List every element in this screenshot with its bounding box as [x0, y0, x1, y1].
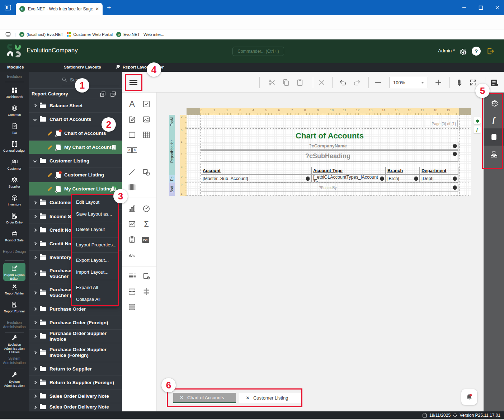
sidebar-item-report-writer[interactable]: Report Writer [0, 283, 29, 296]
sidebar-item-system-administration[interactable]: System Administration [0, 372, 29, 387]
tree-item-po-supplier-invoice-foreign[interactable]: Purchase Order Supplier Invoice (Foreign… [29, 343, 122, 362]
report-structure-icon[interactable] [484, 146, 504, 163]
zoom-out-icon[interactable] [374, 79, 382, 86]
tree-item-return-to-supplier[interactable]: Return to Supplier [29, 362, 122, 376]
data-source-icon[interactable] [484, 128, 504, 146]
sidebar-item-order-entry[interactable]: Order Entry [0, 212, 29, 225]
menu-item-collapse-all[interactable]: Collapse All [72, 293, 118, 305]
workspaces-icon[interactable] [4, 3, 12, 12]
panel-info-tool[interactable] [142, 272, 151, 281]
band-report-header[interactable]: ReportHeader [169, 128, 175, 175]
tab-close-icon[interactable]: ✕ [95, 6, 99, 11]
notifications-bell-button[interactable] [461, 389, 477, 405]
menu-item-export-layout[interactable]: Export Layout... [72, 253, 118, 266]
tree-item-customer-listing-folder[interactable]: Customer Listing [29, 154, 122, 168]
tree-item-customer-listing-layout[interactable]: Customer Listing [29, 168, 122, 182]
page-number-field[interactable]: Page {0} of {1} [424, 120, 458, 127]
help-icon[interactable]: ? [472, 47, 481, 56]
detail-field-department[interactable]: [Dept] [420, 175, 458, 183]
sidebar-item-common[interactable]: Common [0, 105, 29, 117]
tree-item-po-supplier-invoice[interactable]: Purchase Order Supplier Invoice [29, 330, 122, 343]
bookmark-evonet-web[interactable]: uEvo.NET - Web inter... [116, 32, 164, 37]
new-tab-button[interactable]: + [107, 4, 111, 12]
script-icon[interactable] [490, 79, 498, 86]
validate-icon[interactable] [455, 79, 463, 86]
subheading-field[interactable]: ?cSubHeading [201, 150, 458, 162]
detail-field-account[interactable]: [Master_Sub_Account] [201, 175, 311, 183]
barcode-tool[interactable] [127, 183, 137, 192]
column-header-account[interactable]: Account [201, 167, 311, 175]
redo-icon[interactable] [353, 79, 361, 86]
label-tool[interactable]: A [127, 99, 137, 109]
shape-tool[interactable] [142, 167, 151, 177]
tree-item-sales-order-delivery-note-2[interactable]: Sales Order Delivery Note [29, 403, 122, 411]
sidebar-item-tax[interactable]: Tax [0, 123, 29, 135]
band-settings-gear-icon[interactable] [474, 117, 481, 124]
tree-item-purchase-order-foreign[interactable]: Purchase Order (Foreign) [29, 316, 122, 330]
close-button[interactable] [492, 2, 503, 13]
pdf-content-tool[interactable]: PDF [141, 235, 150, 244]
reading-list-icon[interactable] [5, 32, 11, 37]
text-lines-tool[interactable] [127, 272, 137, 281]
sidebar-item-customer[interactable]: Customer [0, 159, 29, 171]
menu-item-delete-layout[interactable]: Delete Layout [72, 222, 118, 235]
report-title-label[interactable]: Chart of Accounts [201, 131, 458, 141]
delete-icon[interactable] [318, 79, 326, 86]
browser-tab[interactable]: u Evo.NET - Web Interface for Sage ✕ [16, 3, 103, 15]
cut-icon[interactable] [268, 79, 276, 86]
unpin-icon[interactable] [116, 64, 121, 70]
sidebar-item-point-of-sale[interactable]: Point of Sale [0, 230, 29, 242]
sidebar-item-supplier[interactable]: Supplier [0, 176, 29, 189]
character-comb-tool[interactable]: ab [127, 145, 137, 155]
close-tab-icon[interactable]: ✕ [180, 395, 184, 400]
company-name-field[interactable]: ?cCompanyName [201, 142, 458, 150]
close-tab-icon[interactable]: ✕ [246, 395, 250, 401]
bookmark-localhost-evonet[interactable]: u(localhost) Evo.NET [19, 32, 63, 37]
document-tab-chart-of-accounts[interactable]: ✕Chart of Accounts [173, 393, 236, 403]
zoom-select[interactable]: 100% [389, 77, 428, 88]
page-break-tool[interactable] [127, 287, 137, 296]
maximize-button[interactable] [475, 2, 486, 13]
edit-pencil-icon[interactable] [48, 187, 52, 191]
table-tool[interactable] [142, 130, 151, 140]
band-bottom-margin[interactable]: Bott [169, 183, 175, 196]
commander-button[interactable]: Commander... (Ctrl+.) [232, 47, 284, 56]
chart-tool[interactable] [127, 204, 137, 213]
vertical-align-tool[interactable] [127, 302, 137, 312]
tree-item-return-to-supplier-foreign[interactable]: Return to Supplier (Foreign) [29, 376, 122, 390]
rich-edit-tool[interactable] [127, 115, 137, 124]
user-settings-icon[interactable] [458, 47, 467, 55]
tree-item-balance-sheet[interactable]: Balance Sheet [29, 99, 122, 113]
document-tab-customer-listing[interactable]: ✕Customer Listing [239, 393, 302, 403]
sidebar-item-report-runner[interactable]: Report Runner [0, 301, 29, 313]
sidebar-item-general-ledger[interactable]: General Ledger [0, 141, 29, 153]
clipboard-tool[interactable] [127, 235, 137, 244]
column-header-branch[interactable]: Branch [386, 167, 420, 175]
zoom-in-icon[interactable] [434, 79, 442, 86]
menu-item-import-layout[interactable]: Import Layout... [72, 266, 118, 278]
menu-item-layout-properties[interactable]: Layout Properties... [72, 237, 118, 251]
copy-icon[interactable] [282, 79, 290, 86]
detail-field-branch[interactable]: [Brch] [386, 175, 420, 183]
fullscreen-icon[interactable] [469, 79, 477, 86]
collapse-all-icon[interactable] [110, 91, 116, 97]
column-header-department[interactable]: Department [420, 167, 458, 175]
minimize-button[interactable] [459, 2, 470, 13]
tree-item-sales-order-delivery-note-1[interactable]: Sales Order Delivery Note [29, 390, 122, 403]
search-box[interactable] [62, 74, 119, 86]
band-detail[interactable]: De [169, 175, 175, 183]
sidebar-item-report-layout-editor[interactable]: Report Layout Editor [0, 265, 29, 280]
sidebar-item-dashboards[interactable]: Dashboards [0, 87, 29, 99]
sidebar-item-evolution-administration-utilities[interactable]: Evolution Administration Utilities [0, 335, 29, 354]
detail-field-account-type[interactable]: [_etblGLAccountTypes_iAccountTy].[Accoun… [311, 175, 386, 183]
tree-item-my-chart-of-accounts[interactable]: My Chart of Accounts [29, 141, 122, 154]
menu-item-edit-layout[interactable]: Edit Layout [72, 196, 118, 208]
paste-icon[interactable] [296, 79, 304, 86]
gauge-tool[interactable] [142, 204, 151, 213]
band-top-margin[interactable]: TopM [169, 115, 175, 128]
sidebar-item-inventory[interactable]: Inventory [0, 194, 29, 207]
expressions-icon[interactable]: f [484, 111, 504, 128]
edit-pencil-icon[interactable] [48, 145, 52, 150]
summary-tool[interactable]: Σ [142, 220, 151, 229]
line-tool[interactable] [127, 167, 137, 177]
